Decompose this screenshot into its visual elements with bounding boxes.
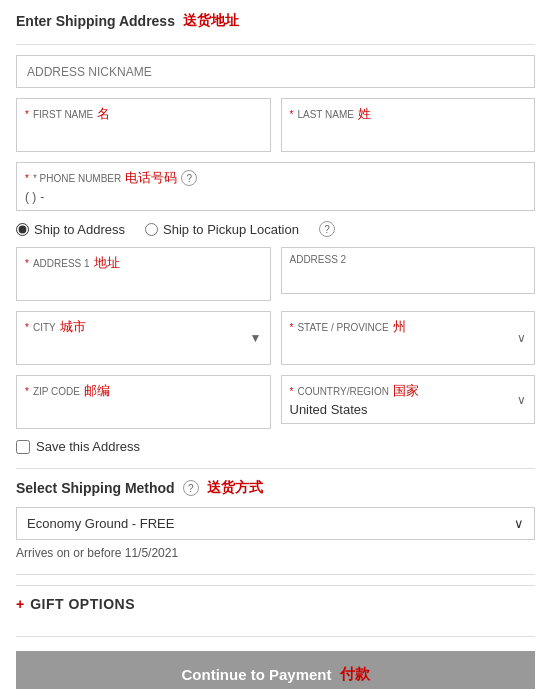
last-name-input[interactable] [290,125,527,145]
state-input[interactable] [290,338,527,358]
first-name-label-text: FIRST NAME [33,109,93,120]
first-name-field: * FIRST NAME 名 [16,98,271,152]
ship-to-pickup-radio[interactable] [145,223,158,236]
shipping-method-header: Select Shipping Method ? 送货方式 [16,479,535,497]
phone-help-icon[interactable]: ? [181,170,197,186]
address1-cn: 地址 [94,254,120,272]
phone-row: ( ) - [25,189,526,204]
address1-input[interactable] [25,274,262,294]
phone-label: * * PHONE NUMBER 电话号码 ? [25,169,526,187]
divider-top [16,44,535,45]
state-label-text: STATE / PROVINCE [297,322,388,333]
zip-cn: 邮编 [84,382,110,400]
last-name-label: * LAST NAME 姓 [290,105,527,123]
phone-label-text: * PHONE NUMBER [33,173,121,184]
phone-cn: 电话号码 [125,169,177,187]
address2-input[interactable] [290,267,527,287]
phone-input[interactable] [48,189,526,204]
state-field: * STATE / PROVINCE 州 ∨ [281,311,536,365]
shipping-method-cn: 送货方式 [207,479,263,497]
zip-col: * ZIP CODE 邮编 [16,375,271,429]
shipping-dropdown-arrow-icon: ∨ [514,516,524,531]
zip-field: * ZIP CODE 邮编 [16,375,271,429]
shipping-method-help-icon[interactable]: ? [183,480,199,496]
divider-gift [16,574,535,575]
ship-to-address-text: Ship to Address [34,222,125,237]
gift-plus-icon: + [16,596,24,612]
address1-required: * [25,258,29,269]
phone-separator: - [40,190,44,204]
phone-prefix: ( ) [25,190,36,204]
country-field: * COUNTRY/REGION 国家 ∨ United States [281,375,536,424]
city-required: * [25,322,29,333]
gift-options-label: GIFT OPTIONS [30,596,135,612]
zip-label-text: ZIP CODE [33,386,80,397]
ship-to-address-label[interactable]: Ship to Address [16,222,125,237]
name-row: * FIRST NAME 名 * LAST NAME 姓 [16,98,535,152]
zip-required: * [25,386,29,397]
ship-help-icon[interactable]: ? [319,221,335,237]
country-label-text: COUNTRY/REGION [297,386,389,397]
city-input[interactable] [25,338,262,358]
state-cn: 州 [393,318,406,336]
ship-to-pickup-label[interactable]: Ship to Pickup Location [145,222,299,237]
continue-btn-row: Continue to Payment 付款 [16,636,535,689]
city-label-text: CITY [33,322,56,333]
address1-label: * ADDRESS 1 地址 [25,254,262,272]
address1-col: * ADDRESS 1 地址 [16,247,271,301]
address2-col: ADDRESS 2 [281,247,536,301]
city-state-row: * CITY 城市 ▼ * STATE / PROVINCE 州 ∨ [16,311,535,365]
divider-mid [16,468,535,469]
shipping-option-text: Economy Ground - FREE [27,516,174,531]
country-label: * COUNTRY/REGION 国家 ∨ [290,382,527,400]
last-name-label-text: LAST NAME [297,109,354,120]
first-name-required: * [25,109,29,120]
shipping-method-title: Select Shipping Method [16,480,175,496]
first-name-col: * FIRST NAME 名 [16,98,271,152]
page-title: Enter Shipping Address [16,13,175,29]
section-header: Enter Shipping Address 送货地址 [16,12,535,30]
country-col: * COUNTRY/REGION 国家 ∨ United States [281,375,536,429]
address2-label-text: ADDRESS 2 [290,254,347,265]
last-name-required: * [290,109,294,120]
city-field: * CITY 城市 ▼ [16,311,271,365]
ship-to-pickup-text: Ship to Pickup Location [163,222,299,237]
address-nickname-field [16,55,535,88]
last-name-field: * LAST NAME 姓 [281,98,536,152]
state-required: * [290,322,294,333]
ship-to-row: Ship to Address Ship to Pickup Location … [16,221,535,237]
address1-label-text: ADDRESS 1 [33,258,90,269]
first-name-input[interactable] [25,125,262,145]
save-address-label: Save this Address [36,439,140,454]
ship-to-address-radio[interactable] [16,223,29,236]
city-col: * CITY 城市 ▼ [16,311,271,365]
continue-btn-label: Continue to Payment [181,666,331,683]
country-required: * [290,386,294,397]
city-cn: 城市 [60,318,86,336]
first-name-cn: 名 [97,105,110,123]
shipping-dropdown[interactable]: Economy Ground - FREE ∨ [16,507,535,540]
state-col: * STATE / PROVINCE 州 ∨ [281,311,536,365]
address-nickname-input[interactable] [27,65,524,79]
continue-to-payment-button[interactable]: Continue to Payment 付款 [16,651,535,689]
last-name-col: * LAST NAME 姓 [281,98,536,152]
page-title-cn: 送货地址 [183,12,239,30]
address1-field: * ADDRESS 1 地址 [16,247,271,301]
country-cn: 国家 [393,382,419,400]
last-name-cn: 姓 [358,105,371,123]
continue-btn-cn: 付款 [340,665,370,684]
save-address-row: Save this Address [16,439,535,454]
city-label: * CITY 城市 ▼ [25,318,262,336]
gift-options-row[interactable]: + GIFT OPTIONS [16,585,535,622]
zip-input[interactable] [25,402,262,422]
phone-required: * [25,173,29,184]
first-name-label: * FIRST NAME 名 [25,105,262,123]
address-row: * ADDRESS 1 地址 ADDRESS 2 [16,247,535,301]
save-address-checkbox[interactable] [16,440,30,454]
country-value: United States [290,402,527,417]
zip-country-row: * ZIP CODE 邮编 * COUNTRY/REGION 国家 ∨ Unit… [16,375,535,429]
zip-label: * ZIP CODE 邮编 [25,382,262,400]
arrives-text: Arrives on or before 11/5/2021 [16,546,535,560]
address2-field: ADDRESS 2 [281,247,536,294]
state-label: * STATE / PROVINCE 州 ∨ [290,318,527,336]
